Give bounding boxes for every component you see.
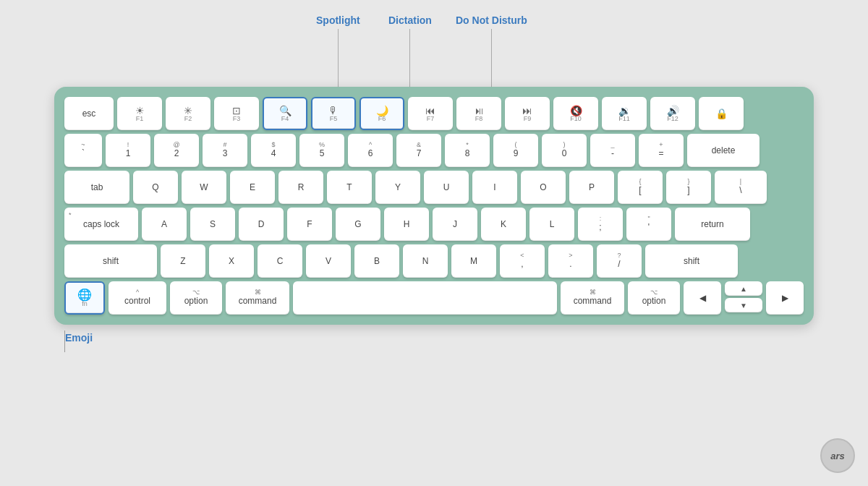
key-f9[interactable]: ⏭ F9 [505, 97, 550, 130]
key-h[interactable]: H [384, 208, 429, 241]
key-7[interactable]: & 7 [396, 134, 441, 167]
key-t[interactable]: T [327, 171, 372, 204]
keyboard: esc ☀ F1 ✳ F2 ⊡ F3 🔍 F4 🎙 F5 [54, 87, 814, 325]
key-8[interactable]: * 8 [445, 134, 490, 167]
ars-logo-text: ars [830, 451, 845, 461]
key-period[interactable]: > . [548, 244, 593, 278]
key-backtick[interactable]: ~ ` [64, 134, 102, 167]
key-arrow-left[interactable]: ◀ [684, 281, 721, 315]
key-x[interactable]: X [209, 244, 254, 278]
key-l[interactable]: L [529, 208, 574, 241]
key-command-left[interactable]: ⌘ command [226, 281, 289, 315]
dictation-label-group: Dictation [388, 14, 432, 87]
ars-logo: ars [820, 438, 855, 473]
dictation-label: Dictation [388, 14, 432, 26]
key-arrow-right[interactable]: ▶ [766, 281, 804, 315]
key-backslash[interactable]: | \ [715, 171, 767, 204]
key-delete[interactable]: delete [687, 134, 760, 167]
emoji-label: Emoji [65, 332, 93, 344]
key-quote[interactable]: " ' [626, 208, 671, 241]
key-arrow-up[interactable]: ▲ [725, 281, 762, 296]
dnd-label-group: Do Not Disturb [456, 14, 527, 87]
key-r[interactable]: R [278, 171, 323, 204]
key-b[interactable]: B [354, 244, 399, 278]
key-6[interactable]: ^ 6 [348, 134, 393, 167]
key-c[interactable]: C [258, 244, 302, 278]
key-d[interactable]: D [239, 208, 284, 241]
key-2[interactable]: @ 2 [154, 134, 199, 167]
key-i[interactable]: I [472, 171, 517, 204]
key-tab[interactable]: tab [64, 171, 129, 204]
key-f12[interactable]: 🔊 F12 [650, 97, 695, 130]
key-command-right[interactable]: ⌘ command [561, 281, 624, 315]
key-1[interactable]: ! 1 [106, 134, 150, 167]
key-4[interactable]: $ 4 [251, 134, 296, 167]
key-f10[interactable]: 🔇 F10 [553, 97, 598, 130]
key-caps-lock[interactable]: * caps lock [64, 208, 138, 241]
labels-area: Spotlight Dictation Do Not Disturb [54, 7, 814, 87]
key-f[interactable]: F [287, 208, 332, 241]
key-option-right[interactable]: ⌥ option [628, 281, 680, 315]
key-control[interactable]: ^ control [109, 281, 166, 315]
key-f5-dictation[interactable]: 🎙 F5 [311, 97, 356, 130]
key-u[interactable]: U [424, 171, 469, 204]
key-f3[interactable]: ⊡ F3 [214, 97, 259, 130]
bottom-row: 🌐 fn ^ control ⌥ option ⌘ command ⌘ comm… [64, 281, 804, 315]
key-arrow-ud-group: ▲ ▼ [725, 281, 762, 315]
key-return[interactable]: return [675, 208, 750, 241]
key-g[interactable]: G [336, 208, 380, 241]
key-9[interactable]: ( 9 [493, 134, 538, 167]
key-p[interactable]: P [569, 171, 614, 204]
key-esc[interactable]: esc [64, 97, 114, 130]
key-f6-dnd[interactable]: 🌙 F6 [359, 97, 404, 130]
key-f2[interactable]: ✳ F2 [166, 97, 210, 130]
key-f11[interactable]: 🔉 F11 [602, 97, 647, 130]
key-shift-left[interactable]: shift [64, 244, 157, 278]
key-fn[interactable]: 🌐 fn [64, 281, 105, 315]
key-j[interactable]: J [433, 208, 477, 241]
emoji-label-group: Emoji [64, 331, 93, 352]
key-z[interactable]: Z [161, 244, 205, 278]
key-5[interactable]: % 5 [299, 134, 344, 167]
key-y[interactable]: Y [375, 171, 420, 204]
key-e[interactable]: E [230, 171, 275, 204]
key-semicolon[interactable]: : ; [578, 208, 623, 241]
key-f8[interactable]: ⏯ F8 [456, 97, 501, 130]
key-f7[interactable]: ⏮ F7 [408, 97, 453, 130]
key-q[interactable]: Q [133, 171, 178, 204]
key-slash[interactable]: ? / [597, 244, 642, 278]
zxcv-row: shift Z X C V B N M < , > . ? / shift [64, 244, 804, 278]
page-wrapper: Spotlight Dictation Do Not Disturb esc ☀… [0, 0, 868, 486]
key-comma[interactable]: < , [500, 244, 545, 278]
key-option-left[interactable]: ⌥ option [170, 281, 222, 315]
key-0[interactable]: ) 0 [542, 134, 587, 167]
key-f1[interactable]: ☀ F1 [117, 97, 162, 130]
key-rbracket[interactable]: } ] [666, 171, 711, 204]
key-a[interactable]: A [142, 208, 187, 241]
key-m[interactable]: M [451, 244, 496, 278]
key-f4-spotlight[interactable]: 🔍 F4 [263, 97, 307, 130]
spotlight-label: Spotlight [316, 14, 360, 26]
key-minus[interactable]: _ - [590, 134, 635, 167]
bottom-label-area: Emoji [54, 325, 814, 361]
key-k[interactable]: K [481, 208, 526, 241]
number-row: ~ ` ! 1 @ 2 # 3 $ 4 % 5 [64, 134, 804, 167]
key-lbracket[interactable]: { [ [618, 171, 663, 204]
key-equals[interactable]: + = [639, 134, 684, 167]
key-v[interactable]: V [306, 244, 351, 278]
dnd-label: Do Not Disturb [456, 14, 527, 26]
key-o[interactable]: O [521, 171, 566, 204]
key-space[interactable] [293, 281, 557, 315]
key-shift-right[interactable]: shift [645, 244, 738, 278]
key-lock[interactable]: 🔒 [699, 97, 744, 130]
key-s[interactable]: S [190, 208, 235, 241]
function-row: esc ☀ F1 ✳ F2 ⊡ F3 🔍 F4 🎙 F5 [64, 97, 804, 130]
key-arrow-down[interactable]: ▼ [725, 298, 762, 312]
qwerty-row: tab Q W E R T Y U I O P { [ } ] | \ [64, 171, 804, 204]
spotlight-label-group: Spotlight [316, 14, 360, 87]
asdf-row: * caps lock A S D F G H J K L : ; " ' re… [64, 208, 804, 241]
key-n[interactable]: N [403, 244, 448, 278]
key-w[interactable]: W [182, 171, 226, 204]
key-3[interactable]: # 3 [203, 134, 247, 167]
